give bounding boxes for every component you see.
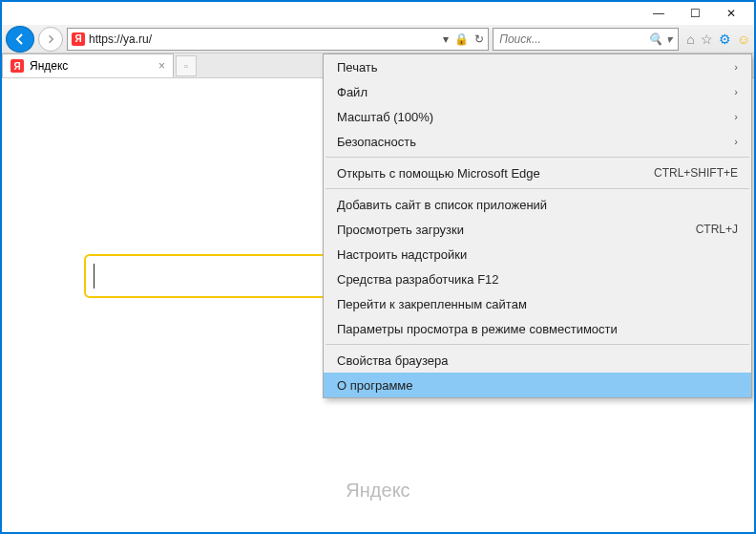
menu-item-compat-view[interactable]: Параметры просмотра в режиме совместимос…: [324, 316, 751, 341]
site-favicon-icon: Я: [72, 32, 85, 46]
search-icon[interactable]: 🔍: [648, 32, 662, 46]
chevron-right-icon: ›: [734, 111, 738, 122]
menu-item-label: О программе: [337, 378, 738, 393]
menu-item-label: Безопасность: [337, 135, 734, 149]
url-text: https://ya.ru/: [89, 32, 439, 46]
lock-icon: 🔒: [454, 32, 469, 46]
browser-tab[interactable]: Я Яндекс ×: [2, 53, 174, 77]
gear-icon[interactable]: ⚙: [719, 32, 731, 47]
chevron-right-icon: ›: [734, 86, 738, 97]
address-bar[interactable]: Я https://ya.ru/ ▾ 🔒 ↻: [67, 28, 489, 51]
menu-item-label: Параметры просмотра в режиме совместимос…: [337, 322, 738, 336]
menu-item-addons[interactable]: Настроить надстройки: [324, 242, 751, 267]
menu-item-label: Открыть с помощью Microsoft Edge: [337, 166, 654, 181]
menu-item-downloads[interactable]: Просмотреть загрузки CTRL+J: [324, 217, 751, 242]
text-caret: [94, 264, 94, 288]
menu-item-label: Масштаб (100%): [337, 110, 734, 124]
menu-item-pinned-sites[interactable]: Перейти к закрепленным сайтам: [324, 291, 751, 316]
tab-favicon-icon: Я: [10, 59, 24, 73]
menu-item-open-edge[interactable]: Открыть с помощью Microsoft Edge CTRL+SH…: [324, 160, 751, 185]
menu-item-label: Свойства браузера: [337, 353, 738, 368]
refresh-button[interactable]: ↻: [474, 32, 484, 46]
tab-close-button[interactable]: ×: [158, 59, 165, 73]
maximize-button[interactable]: ☐: [678, 4, 712, 23]
menu-separator: [326, 188, 749, 189]
menu-item-about[interactable]: О программе: [324, 373, 751, 397]
menu-item-zoom[interactable]: Масштаб (100%) ›: [324, 104, 751, 129]
menu-item-label: Печать: [337, 60, 734, 75]
menu-item-label: Средства разработчика F12: [337, 272, 738, 287]
home-icon[interactable]: ⌂: [686, 32, 694, 47]
minimize-button[interactable]: —: [641, 4, 676, 23]
new-tab-button[interactable]: ▫: [176, 55, 197, 76]
chevron-right-icon: ›: [734, 61, 738, 73]
forward-button[interactable]: [38, 27, 63, 52]
menu-item-label: Перейти к закрепленным сайтам: [337, 297, 738, 311]
menu-item-shortcut: CTRL+SHIFT+E: [654, 166, 738, 180]
tools-menu: Печать › Файл › Масштаб (100%) › Безопас…: [323, 53, 752, 398]
yandex-logo-text: Яндекс: [4, 480, 752, 502]
menu-separator: [326, 344, 749, 345]
menu-item-safety[interactable]: Безопасность ›: [324, 129, 751, 154]
menu-item-label: Просмотреть загрузки: [337, 223, 696, 237]
search-placeholder: Поиск...: [499, 32, 644, 46]
close-window-button[interactable]: ✕: [714, 4, 748, 23]
menu-item-file[interactable]: Файл ›: [324, 79, 751, 104]
favorites-icon[interactable]: ☆: [701, 32, 713, 47]
menu-item-label: Добавить сайт в список приложений: [337, 198, 738, 212]
menu-item-f12[interactable]: Средства разработчика F12: [324, 267, 751, 291]
menu-item-add-site[interactable]: Добавить сайт в список приложений: [324, 192, 751, 217]
chevron-right-icon: ›: [734, 136, 738, 147]
address-dropdown-icon[interactable]: ▾: [443, 32, 449, 46]
window-titlebar: — ☐ ✕: [2, 2, 754, 25]
feedback-icon[interactable]: ☺: [737, 32, 750, 47]
toolbar-icons: ⌂ ☆ ⚙ ☺: [682, 32, 750, 47]
menu-item-label: Файл: [337, 85, 734, 99]
menu-item-internet-options[interactable]: Свойства браузера: [324, 348, 751, 373]
search-bar[interactable]: Поиск... 🔍 ▾: [493, 28, 679, 51]
tab-title: Яндекс: [30, 59, 68, 73]
menu-separator: [326, 157, 749, 158]
menu-item-shortcut: CTRL+J: [696, 223, 738, 236]
menu-item-label: Настроить надстройки: [337, 247, 738, 262]
browser-toolbar: Я https://ya.ru/ ▾ 🔒 ↻ Поиск... 🔍 ▾ ⌂ ☆ …: [2, 25, 754, 53]
search-dropdown-icon[interactable]: ▾: [666, 32, 672, 46]
menu-item-print[interactable]: Печать ›: [324, 54, 751, 79]
back-button[interactable]: [6, 26, 34, 53]
